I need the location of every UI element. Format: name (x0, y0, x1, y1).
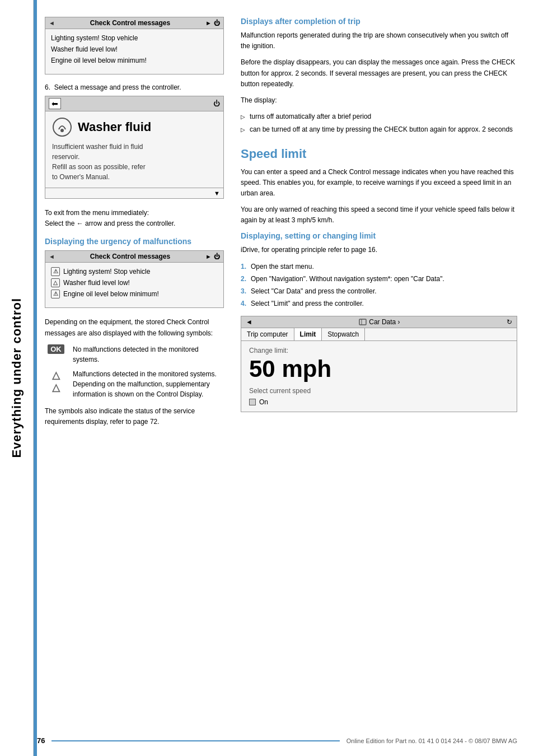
step-2: 2.Open "Navigation". Without navigation … (241, 274, 517, 284)
washer-fluid-icon (52, 117, 72, 137)
speed-para1: You can enter a speed and a Check Contro… (241, 167, 517, 199)
step-3: 3.Select "Car Data" and press the contro… (241, 286, 517, 297)
caution-symbol: △△ (45, 369, 67, 394)
left-column: ◄ Check Control messages ► ⏻ Lighting sy… (45, 17, 224, 739)
warning-msg-2-text: Washer fluid level low! (63, 278, 130, 288)
car-data-box: ◄ Car Data › ↻ Trip computer Limit Stopw… (241, 316, 517, 412)
arrow-left-icon-2: ◄ (49, 253, 55, 260)
warning-msg-1: ⚠ Lighting system! Stop vehicle (51, 266, 218, 277)
step-2-num: 2. (241, 274, 246, 284)
step-1-num: 1. (241, 262, 246, 272)
control-box-2: ◄ Check Control messages ► ⏻ ⚠ Lighting … (45, 250, 224, 308)
scroll-indicator: ▼ (214, 190, 220, 197)
right-column: Displays after completion of trip Malfun… (241, 17, 517, 739)
sidebar: Everything under control (0, 0, 34, 756)
speed-display: 50 mph (249, 356, 509, 382)
power-icon: ⏻ (214, 20, 220, 26)
caution-text: Malfunctions detected in the monitored s… (73, 369, 224, 399)
steps-list: 1.Open the start menu. 2.Open "Navigatio… (241, 262, 517, 310)
detail-power-icon: ⏻ (213, 100, 220, 108)
warning-icon-3: ⚠ (51, 290, 60, 298)
page-container: Everything under control ◄ Check Control… (0, 0, 534, 756)
speed-limit-section: Speed limit You can enter a speed and a … (241, 147, 517, 413)
control-box-1-header: ◄ Check Control messages ► ⏻ (45, 17, 223, 29)
warning-msg-2: △ Washer fluid level low! (51, 277, 218, 288)
svg-point-1 (60, 129, 64, 132)
control-box-1-title: Check Control messages (90, 19, 170, 27)
back-icon: ⬅ (49, 98, 61, 109)
step-2-text: Open "Navigation". Without navigation sy… (251, 275, 444, 283)
step-1: 1.Open the start menu. (241, 262, 517, 272)
main-content: ◄ Check Control messages ► ⏻ Lighting sy… (34, 0, 534, 756)
power-icon-2: ⏻ (214, 253, 220, 260)
arrow-left-icon: ◄ (49, 20, 55, 26)
control-box-2-body: ⚠ Lighting system! Stop vehicle △ Washer… (45, 263, 223, 307)
idrive-ref: iDrive, for operating principle refer to… (241, 245, 517, 255)
change-limit-label: Change limit: (249, 347, 509, 354)
control-box-2-title: Check Control messages (90, 253, 170, 260)
car-data-nav: Car Data › (359, 318, 400, 326)
ok-symbol: OK (45, 344, 67, 354)
washer-desc-3: Refill as soon as possible, refer (52, 163, 146, 171)
detail-box-footer: ▼ (45, 188, 223, 198)
step-6-num: 6. (45, 83, 50, 91)
symbol-row-caution: △△ Malfunctions detected in the monitore… (45, 369, 224, 399)
car-data-tabs: Trip computer Limit Stopwatch (241, 328, 517, 341)
car-data-body: Change limit: 50 mph Select current spee… (241, 341, 517, 412)
control-box-1-right-icons: ► ⏻ (205, 20, 220, 26)
display-label: The display: (241, 95, 517, 106)
control-box-2-right-icons: ► ⏻ (205, 253, 220, 260)
displays-after-trip-heading: Displays after completion of trip (241, 17, 517, 26)
speed-limit-heading: Speed limit (241, 147, 517, 161)
speed-para2: You are only warned of reaching this spe… (241, 204, 517, 226)
urgency-body-text: Depending on the equipment, the stored C… (45, 317, 224, 338)
bullet-2: can be turned off at any time by pressin… (241, 124, 517, 135)
trip-para2: Before the display disappears, you can d… (241, 57, 517, 90)
tab-limit[interactable]: Limit (294, 328, 322, 340)
page-number: 76 (37, 736, 45, 745)
warning-msg-1-text: Lighting system! Stop vehicle (63, 267, 150, 277)
step-6-label: 6. Select a message and press the contro… (45, 83, 224, 91)
step-1-text: Open the start menu. (251, 263, 314, 270)
car-data-title: Car Data › (369, 318, 400, 326)
step-4: 4.Select "Limit" and press the controlle… (241, 298, 517, 309)
washer-desc-2: reservoir. (52, 153, 79, 161)
washer-desc-1: Insufficient washer fluid in fluid (52, 143, 143, 151)
detail-box-header: ⬅ ⏻ (45, 96, 223, 111)
washer-title-text: Washer fluid (78, 120, 151, 134)
step-3-num: 3. (241, 286, 246, 297)
step-4-num: 4. (241, 298, 246, 309)
symbols-footer: The symbols also indicate the status of … (45, 406, 224, 427)
play-icon-2: ► (205, 253, 212, 260)
displaying-heading: Displaying, setting or changing limit (241, 231, 517, 240)
exit-instruction: To exit from the menu immediately: Selec… (45, 208, 224, 229)
step-3-text: Select "Car Data" and press the controll… (251, 287, 377, 295)
warning-icon-1: ⚠ (51, 267, 60, 276)
exit-text-1: To exit from the menu immediately: (45, 209, 149, 217)
washer-title: Washer fluid (52, 117, 217, 137)
step-6-text: Select a message and press the controlle… (54, 83, 181, 91)
msg-2: Washer fluid level low! (51, 44, 218, 55)
checkbox-on[interactable] (249, 399, 256, 405)
washer-desc: Insufficient washer fluid in fluid reser… (52, 142, 217, 182)
car-data-refresh-icon: ↻ (507, 318, 512, 326)
car-data-nav-icon (359, 319, 367, 325)
play-icon: ► (205, 20, 212, 26)
warning-msg-3: ⚠ Engine oil level below minimum! (51, 288, 218, 300)
car-data-arrow-left: ◄ (246, 318, 252, 326)
svg-point-0 (53, 118, 71, 136)
trip-para1: Malfunction reports generated during the… (241, 30, 517, 52)
control-box-2-header: ◄ Check Control messages ► ⏻ (45, 251, 223, 263)
control-box-1-body: Lighting system! Stop vehicle Washer flu… (45, 29, 223, 74)
page-footer: 76 Online Edition for Part no. 01 41 0 0… (37, 736, 517, 745)
footer-copyright: Online Edition for Part no. 01 41 0 014 … (346, 738, 517, 744)
warning-msg-3-text: Engine oil level below minimum! (63, 289, 159, 299)
tab-trip-computer[interactable]: Trip computer (241, 328, 294, 340)
footer-line (51, 740, 339, 741)
detail-box: ⬅ ⏻ Washer fluid Insufficient w (45, 96, 224, 199)
checkbox-row: On (249, 398, 509, 406)
detail-box-body: Washer fluid Insufficient washer fluid i… (45, 111, 223, 188)
msg-1: Lighting system! Stop vehicle (51, 32, 218, 44)
msg-3: Engine oil level below minimum! (51, 55, 218, 66)
tab-stopwatch[interactable]: Stopwatch (322, 328, 365, 340)
